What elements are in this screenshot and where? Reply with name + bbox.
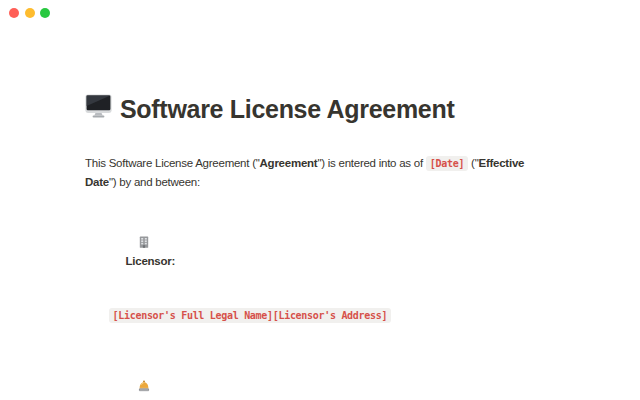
- notion-document-window: Software License Agreement This Software…: [0, 0, 640, 400]
- intro-paragraph[interactable]: This Software License Agreement ("Agreem…: [85, 154, 554, 191]
- desktop-computer-emoji: [85, 94, 112, 124]
- bold-text: Date: [85, 176, 109, 188]
- window-controls: [9, 8, 50, 18]
- licensor-label: Licensor:: [126, 255, 176, 267]
- bold-text: Effective: [479, 157, 525, 169]
- page-title-text: Software License Agreement: [120, 94, 454, 124]
- document-content: Software License Agreement This Software…: [85, 0, 554, 400]
- zoom-button[interactable]: [40, 8, 50, 18]
- licensee-block[interactable]: Licensee: [Licensee's Full Legal Name][L…: [85, 343, 554, 400]
- bellhop-bell-emoji: [109, 361, 121, 373]
- text-run: (": [468, 157, 478, 169]
- minimize-button[interactable]: [25, 8, 35, 18]
- licensor-block[interactable]: Licensor: [Licensor's Full Legal Name][L…: [85, 199, 554, 343]
- inline-code-placeholder: [Date]: [426, 156, 468, 171]
- page-title[interactable]: Software License Agreement: [85, 94, 554, 124]
- licensor-placeholder: [Licensor's Full Legal Name][Licensor's …: [109, 308, 392, 323]
- text-run: ") by and between:: [109, 176, 200, 188]
- office-building-emoji: [109, 217, 121, 229]
- bold-text: Agreement: [260, 157, 318, 169]
- text-run: This Software License Agreement (": [85, 157, 260, 169]
- text-run: ") is entered into as of: [317, 157, 425, 169]
- close-button[interactable]: [9, 8, 19, 18]
